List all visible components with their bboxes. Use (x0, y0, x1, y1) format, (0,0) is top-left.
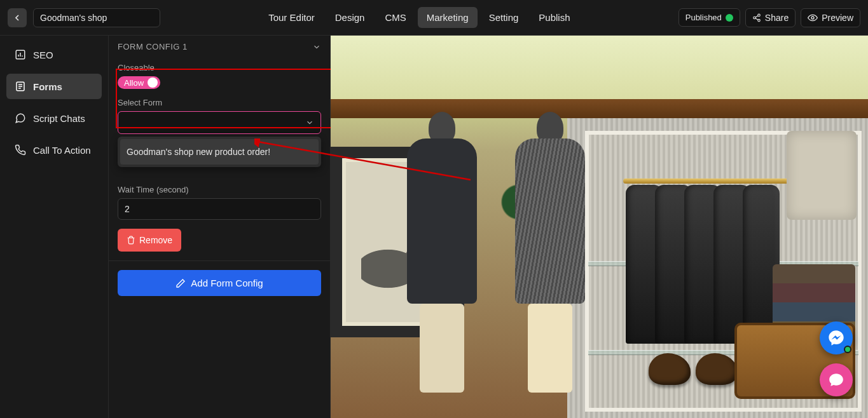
messenger-icon (827, 329, 845, 347)
chevron-down-icon (305, 118, 314, 127)
chat-icon (14, 112, 27, 125)
online-dot-icon (844, 346, 851, 353)
content: SEO Forms Script Chats Call To Action FO… (0, 36, 868, 418)
nav-marketing[interactable]: Marketing (418, 7, 478, 28)
form-icon (14, 80, 27, 93)
dropdown-option[interactable]: Goodman's shop new product order! (120, 139, 319, 165)
sidebar-item-label: Call To Action (33, 145, 91, 156)
topbar: Tour Editor Design CMS Marketing Setting… (0, 0, 868, 36)
select-form-label: Select Form (118, 98, 321, 107)
sidebar-item-forms[interactable]: Forms (6, 74, 102, 99)
add-form-config-button[interactable]: Add Form Config (118, 270, 321, 296)
chat-fab[interactable] (820, 363, 853, 396)
nav-tabs: Tour Editor Design CMS Marketing Setting… (167, 7, 672, 28)
svg-point-3 (811, 17, 814, 19)
header-actions: Published Share Preview (679, 8, 860, 27)
nav-setting[interactable]: Setting (480, 7, 528, 28)
toggle-knob-icon (148, 78, 158, 88)
chevron-down-icon (312, 43, 321, 51)
svg-point-0 (758, 14, 761, 17)
messenger-fab[interactable] (820, 321, 853, 354)
nav-cms[interactable]: CMS (376, 7, 415, 28)
sidebar-item-label: Script Chats (33, 113, 85, 124)
sidebar-item-label: SEO (33, 50, 53, 60)
pencil-icon (176, 278, 186, 288)
share-button[interactable]: Share (745, 8, 796, 27)
select-form-wrapper: Goodman's shop new product order! (118, 111, 321, 134)
trash-icon (127, 236, 135, 245)
remove-label: Remove (139, 235, 172, 245)
config-panel: FORM CONFIG 1 Closeable Allow Select For… (108, 36, 331, 418)
svg-point-2 (758, 19, 761, 22)
status-label: Published (685, 13, 722, 22)
sidebar-item-cta[interactable]: Call To Action (6, 137, 102, 163)
chat-bubble-icon (828, 372, 844, 388)
back-button[interactable] (8, 8, 27, 27)
preview-label: Preview (822, 13, 853, 23)
status-dot-icon (726, 14, 733, 22)
select-form-menu: Goodman's shop new product order! (118, 137, 321, 167)
sidebar-item-script-chats[interactable]: Script Chats (6, 105, 102, 131)
nav-design[interactable]: Design (326, 7, 374, 28)
tour-scene (331, 36, 868, 418)
add-label: Add Form Config (191, 278, 263, 288)
publish-status[interactable]: Published (679, 8, 740, 27)
svg-point-1 (754, 17, 756, 19)
nav-tour-editor[interactable]: Tour Editor (259, 7, 324, 28)
chart-icon (14, 48, 27, 61)
nav-publish[interactable]: Publish (530, 7, 579, 28)
phone-icon (14, 144, 27, 156)
wait-time-label: Wait Time (second) (118, 185, 321, 194)
closeable-label: Closeable (118, 63, 321, 72)
sidebar-item-label: Forms (33, 81, 62, 92)
project-title-input[interactable] (33, 8, 160, 27)
preview-button[interactable]: Preview (801, 8, 860, 27)
select-form-dropdown[interactable] (118, 111, 321, 134)
panel-title: FORM CONFIG 1 (118, 42, 188, 51)
wait-time-input[interactable] (118, 198, 321, 220)
arrow-left-icon (12, 13, 22, 23)
share-label: Share (765, 13, 789, 23)
panel-header[interactable]: FORM CONFIG 1 (109, 36, 330, 58)
sidebar-item-seo[interactable]: SEO (6, 42, 102, 67)
toggle-label: Allow (124, 78, 144, 88)
closeable-toggle[interactable]: Allow (118, 76, 160, 89)
panel-body: Closeable Allow Select Form Goodman's sh… (109, 63, 330, 261)
sidebar: SEO Forms Script Chats Call To Action (0, 36, 108, 418)
eye-icon (808, 13, 818, 23)
remove-button[interactable]: Remove (118, 229, 181, 252)
preview-pane[interactable] (331, 36, 868, 418)
share-icon (752, 13, 761, 22)
